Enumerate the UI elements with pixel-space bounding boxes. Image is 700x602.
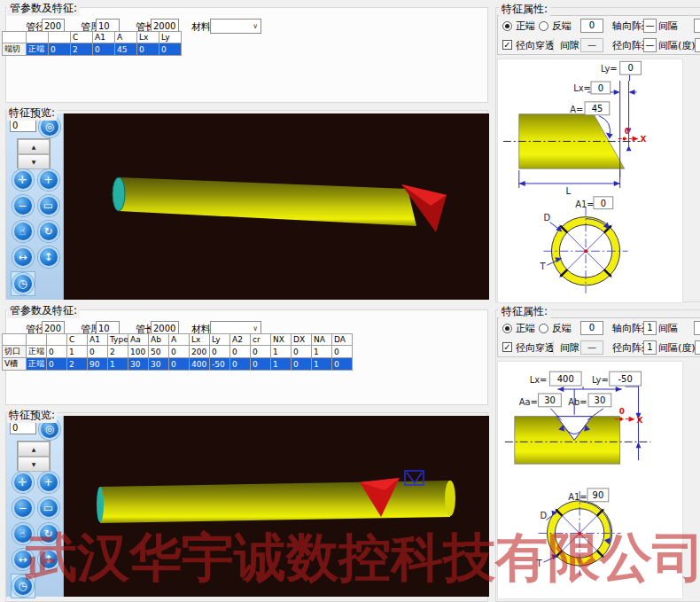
Lx-value[interactable]: 400	[557, 374, 574, 384]
table-row[interactable]: 切口正端01021005002000001010	[3, 346, 353, 358]
table-cell[interactable]: 0	[332, 346, 353, 358]
table-cell[interactable]: 1	[271, 358, 292, 371]
radial-pen-checkbox[interactable]: ✓	[502, 342, 512, 352]
column-header	[3, 32, 27, 43]
table-cell[interactable]: 0	[292, 346, 312, 358]
table-cell[interactable]: 0	[169, 346, 190, 358]
step-down-button[interactable]: ▼	[18, 457, 50, 472]
spacing-deg-input[interactable]	[695, 38, 700, 52]
select-rect-button[interactable]: ▭	[38, 195, 59, 216]
A1-value[interactable]: 0	[601, 199, 606, 208]
table-cell[interactable]: 0	[230, 358, 251, 371]
table-cell[interactable]: 45	[115, 43, 137, 56]
pipe-3d-view[interactable]	[64, 113, 489, 300]
step-up-button[interactable]: ▲	[18, 442, 50, 457]
gap-input[interactable]: —	[580, 38, 603, 52]
table-cell[interactable]: 200	[190, 346, 210, 358]
divider	[553, 38, 554, 52]
step-up-button[interactable]: ▲	[18, 139, 50, 154]
feature-index-stepper: ▲ ▼	[17, 138, 51, 168]
hand-drag-button[interactable]: ☝	[12, 221, 34, 242]
radial-array-input[interactable]: —	[643, 38, 657, 52]
table-cell[interactable]: 1	[312, 358, 332, 371]
table-cell[interactable]: 0	[159, 43, 182, 56]
measure-clock-button[interactable]: ◷	[12, 273, 34, 294]
table-cell[interactable]: 0	[230, 346, 251, 358]
spacing-label: 间隔	[658, 322, 678, 335]
axial-array-input[interactable]: —	[643, 19, 657, 33]
rotate-view-button[interactable]: ↻	[38, 221, 59, 242]
table-cell[interactable]: 0	[169, 358, 190, 371]
fit-horizontal-button[interactable]: ↔	[12, 246, 34, 268]
step-down-button[interactable]: ▼	[18, 154, 50, 169]
spacing-input[interactable]	[694, 19, 700, 33]
table-cell[interactable]: 90	[88, 358, 108, 371]
index-value-input[interactable]: 0	[580, 19, 603, 33]
table-cell[interactable]: 0	[47, 346, 67, 358]
radial-pen-checkbox[interactable]: ✓	[502, 40, 512, 50]
table-row[interactable]: V槽正端0290130300400-50001010	[3, 358, 353, 371]
zoom-out-button[interactable]: −	[12, 497, 34, 519]
Aa-value[interactable]: 30	[544, 395, 556, 405]
feature-table[interactable]: CA1TypeAaAbALxLyA2crNXDXNADA切口正端01021005…	[2, 333, 353, 371]
pan-button[interactable]: ✛	[12, 472, 34, 493]
column-header: C	[71, 32, 93, 43]
table-cell[interactable]: 2	[67, 358, 88, 371]
table-cell[interactable]: 30	[128, 358, 149, 371]
front-end-radio[interactable]	[502, 21, 512, 31]
table-cell[interactable]: 400	[190, 358, 210, 371]
Ab-label: Ab=	[568, 397, 587, 407]
zoom-out-button[interactable]: −	[12, 195, 34, 216]
table-row[interactable]: 端切正端0204500	[3, 43, 182, 56]
index-value-input[interactable]: 0	[580, 321, 603, 335]
radial-array-input[interactable]: 1	[643, 340, 657, 355]
spacing-input[interactable]: 0	[694, 321, 700, 335]
feature-table[interactable]: CA1ALxLy端切正端0204500	[2, 31, 182, 56]
Ab-value[interactable]: 30	[595, 395, 606, 405]
front-end-radio[interactable]	[502, 324, 512, 333]
pan-button[interactable]: ✛	[12, 169, 34, 191]
table-cell[interactable]: 100	[128, 346, 149, 358]
table-cell[interactable]: 2	[71, 43, 93, 56]
fit-horizontal-icon: ↔	[18, 252, 27, 262]
table-cell[interactable]: 正端	[27, 358, 47, 371]
Lx-value[interactable]: 0	[598, 83, 603, 93]
Ly-value[interactable]: -50	[618, 374, 633, 384]
table-cell[interactable]: 1	[271, 346, 292, 358]
zoom-in-button[interactable]: +	[38, 169, 59, 191]
table-cell[interactable]: 0	[210, 346, 230, 358]
table-cell[interactable]: 0	[88, 346, 108, 358]
table-cell[interactable]: 1	[312, 346, 332, 358]
axial-array-input[interactable]: 1	[643, 321, 657, 335]
table-cell[interactable]: 2	[108, 346, 128, 358]
back-end-radio[interactable]	[539, 21, 548, 31]
table-cell[interactable]: -50	[210, 358, 230, 371]
table-cell[interactable]: 0	[49, 43, 71, 56]
gap-input[interactable]: —	[580, 340, 603, 355]
table-cell[interactable]: 0	[93, 43, 115, 56]
table-cell[interactable]: 0	[137, 43, 159, 56]
spacing-deg-input[interactable]: 0	[695, 340, 700, 355]
divider	[553, 340, 554, 355]
table-cell[interactable]: 0	[251, 358, 271, 371]
table-cell[interactable]: 0	[332, 358, 353, 371]
table-cell[interactable]: 1	[67, 346, 88, 358]
Ly-value[interactable]: 0	[627, 63, 633, 73]
table-cell[interactable]: 30	[149, 358, 169, 371]
fit-vertical-button[interactable]: ↕	[38, 246, 59, 268]
table-cell[interactable]: 正端	[27, 43, 49, 56]
back-end-radio[interactable]	[539, 324, 548, 333]
table-cell[interactable]: 正端	[27, 346, 47, 358]
table-cell[interactable]: 0	[292, 358, 312, 371]
column-header: Type	[108, 334, 128, 346]
zoom-in-button[interactable]: +	[38, 472, 59, 493]
table-cell[interactable]: 0	[47, 358, 67, 371]
table-cell[interactable]: 50	[149, 346, 169, 358]
table-cell[interactable]: 1	[108, 358, 128, 371]
arrow-up-icon: ▲	[32, 144, 36, 150]
select-rect-button[interactable]: ▭	[38, 497, 59, 519]
A1-value[interactable]: 90	[593, 490, 604, 500]
material-select[interactable]: ∨	[210, 19, 261, 34]
A-value[interactable]: 45	[592, 104, 603, 113]
table-cell[interactable]: 0	[251, 346, 271, 358]
